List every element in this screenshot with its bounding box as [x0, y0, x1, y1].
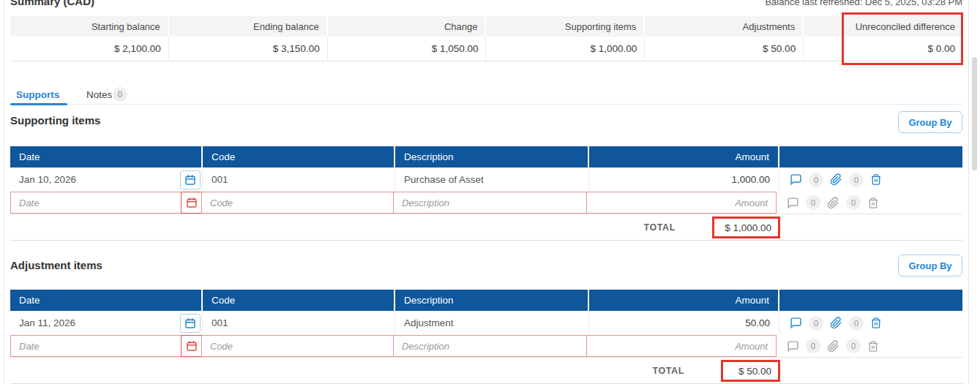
- calendar-icon[interactable]: [182, 336, 201, 356]
- column-header-code: Code: [203, 290, 395, 311]
- scrollbar-track: [968, 0, 969, 384]
- reconciliation-page: Summary (CAD) Balance last refreshed: De…: [0, 0, 980, 384]
- balance-refreshed-timestamp: Balance last refreshed: Dec 5, 2025, 03:…: [765, 0, 962, 7]
- supporting-table-header: Date Code Description Amount: [10, 146, 962, 167]
- summary-col-change: Change $ 1,050.00: [328, 16, 487, 61]
- description-input-cell: [393, 192, 587, 214]
- summary-label: Supporting items: [486, 16, 645, 37]
- supporting-items-table: Date Code Description Amount Jan 10, 202…: [10, 146, 962, 241]
- summary-label: Change: [328, 16, 487, 37]
- tab-supports[interactable]: Supports: [16, 89, 59, 100]
- trash-icon[interactable]: [870, 317, 882, 329]
- adjustment-table-header: Date Code Description Amount: [10, 290, 962, 311]
- code-input-cell: [201, 335, 394, 357]
- summary-value: $ 0.00: [804, 37, 962, 61]
- tab-bar: Supports Notes 0: [10, 89, 962, 105]
- comment-icon[interactable]: [790, 173, 802, 186]
- column-header-actions: [779, 290, 962, 311]
- date-input-cell: [10, 192, 182, 214]
- cell-date: Jan 11, 2026: [10, 311, 203, 335]
- summary-col-starting-balance: Starting balance $ 2,100.00: [10, 16, 169, 61]
- supporting-total-row: TOTAL $ 1,000.00: [10, 214, 962, 241]
- scrollbar-thumb[interactable]: [972, 57, 977, 170]
- summary-value: $ 1,050.00: [328, 37, 487, 61]
- summary-title: Summary (CAD): [10, 0, 94, 7]
- comment-count-badge: 0: [806, 195, 820, 210]
- summary-col-ending-balance: Ending balance $ 3,150.00: [169, 16, 328, 61]
- summary-value: $ 3,150.00: [169, 37, 328, 61]
- amount-input[interactable]: [595, 197, 768, 208]
- amount-input-cell: [586, 192, 777, 214]
- trash-icon[interactable]: [867, 340, 879, 353]
- column-header-amount: Amount: [589, 290, 779, 311]
- summary-label: Starting balance: [10, 16, 169, 37]
- total-label: TOTAL: [652, 366, 684, 376]
- trash-icon[interactable]: [870, 173, 882, 186]
- attachment-count-badge: 0: [846, 195, 861, 210]
- paperclip-icon[interactable]: [827, 340, 839, 353]
- paperclip-icon[interactable]: [827, 197, 839, 209]
- row-actions: 0 0: [777, 335, 962, 357]
- paperclip-icon[interactable]: [830, 173, 842, 186]
- code-input[interactable]: [210, 197, 385, 208]
- notes-count-badge: 0: [113, 87, 127, 102]
- comment-icon[interactable]: [787, 197, 799, 209]
- comment-icon[interactable]: [787, 340, 799, 353]
- description-input[interactable]: [402, 341, 578, 352]
- row-actions: 0 0: [779, 311, 962, 335]
- attachment-count-badge: 0: [846, 339, 861, 353]
- calendar-icon[interactable]: [180, 314, 201, 333]
- date-input[interactable]: [19, 341, 173, 352]
- cell-amount: 1,000.00: [589, 167, 779, 192]
- date-picker-cell: [181, 335, 202, 357]
- active-tab-underline: [10, 103, 67, 105]
- column-header-actions: [779, 146, 962, 167]
- summary-table: Starting balance $ 2,100.00 Ending balan…: [10, 16, 962, 61]
- adjustment-items-table: Date Code Description Amount Jan 11, 202…: [10, 290, 962, 384]
- description-input[interactable]: [402, 197, 578, 208]
- comment-count-badge: 0: [806, 339, 820, 353]
- date-value: Jan 10, 2026: [19, 174, 76, 185]
- comment-count-badge: 0: [809, 316, 823, 331]
- amount-input[interactable]: [595, 341, 768, 352]
- tab-notes[interactable]: Notes: [86, 89, 112, 100]
- paperclip-icon[interactable]: [830, 317, 842, 329]
- summary-col-adjustments: Adjustments $ 50.00: [645, 16, 804, 61]
- adjustment-total-row: TOTAL $ 50.00: [10, 357, 962, 384]
- date-picker-cell: [181, 192, 202, 214]
- attachment-count-badge: 0: [849, 316, 864, 331]
- code-input[interactable]: [210, 341, 385, 352]
- summary-col-supporting-items: Supporting items $ 1,000.00: [486, 16, 645, 61]
- column-header-date: Date: [10, 290, 203, 311]
- cell-description: Purchase of Asset: [395, 167, 589, 192]
- row-actions: 0 0: [779, 167, 962, 192]
- adjustment-items-title: Adjustment items: [10, 259, 102, 271]
- date-input-cell: [10, 335, 182, 357]
- table-row: Jan 11, 2026 001 Adjustment 50.00 0 0: [10, 311, 962, 335]
- summary-value: $ 2,100.00: [10, 37, 169, 61]
- supporting-items-title: Supporting items: [10, 114, 100, 127]
- column-header-description: Description: [395, 290, 589, 311]
- supporting-group-by-button[interactable]: Group By: [898, 111, 962, 133]
- new-item-row: 0 0: [10, 192, 962, 214]
- comment-icon[interactable]: [790, 317, 802, 329]
- date-input[interactable]: [19, 197, 173, 208]
- calendar-icon[interactable]: [180, 170, 201, 189]
- cell-date: Jan 10, 2026: [10, 167, 203, 192]
- row-actions: 0 0: [777, 192, 962, 214]
- calendar-icon[interactable]: [182, 192, 201, 213]
- trash-icon[interactable]: [867, 197, 879, 209]
- adjustment-group-by-button[interactable]: Group By: [898, 255, 962, 276]
- summary-col-unreconciled-difference: Unreconciled difference $ 0.00: [804, 16, 962, 61]
- description-input-cell: [393, 335, 587, 357]
- cell-amount: 50.00: [589, 311, 779, 335]
- cell-description: Adjustment: [395, 311, 589, 335]
- summary-value: $ 1,000.00: [486, 37, 645, 61]
- new-item-row: 0 0: [10, 335, 962, 357]
- table-row: Jan 10, 2026 001 Purchase of Asset 1,000…: [10, 167, 962, 192]
- summary-value: $ 50.00: [645, 37, 804, 61]
- code-input-cell: [201, 192, 394, 214]
- summary-label: Adjustments: [645, 16, 804, 37]
- comment-count-badge: 0: [809, 173, 823, 187]
- column-header-date: Date: [10, 146, 203, 167]
